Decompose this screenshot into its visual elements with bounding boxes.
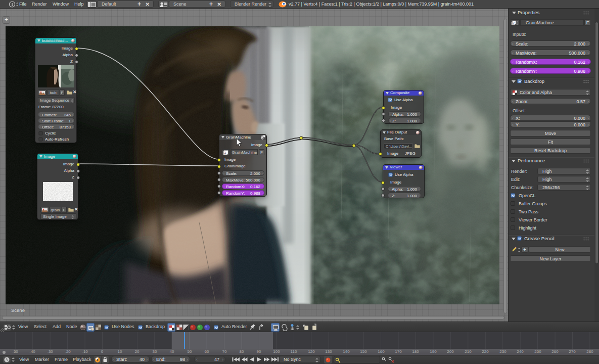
svg-text:2: 2 <box>513 21 515 25</box>
